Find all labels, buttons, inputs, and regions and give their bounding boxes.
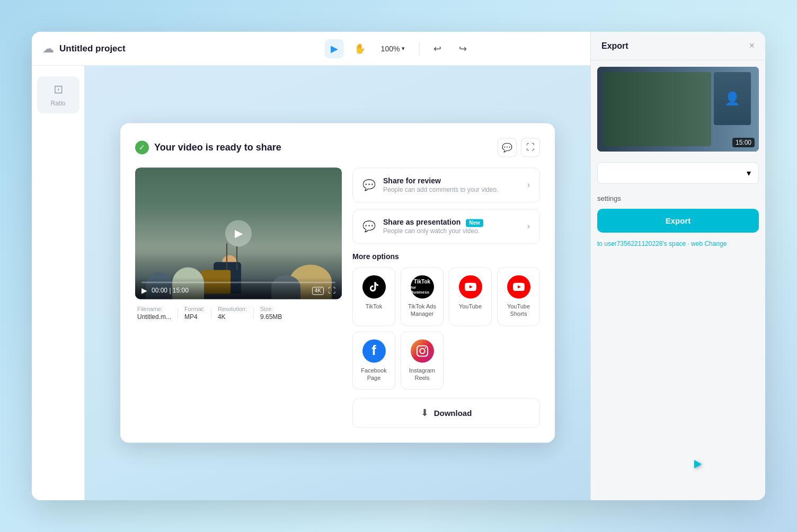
- change-link[interactable]: Change: [704, 240, 727, 247]
- play-pause-button[interactable]: ▶: [141, 286, 147, 295]
- size-meta: Size: 9.65MB: [260, 306, 282, 321]
- modal-icons-row: 💬 ⛶: [498, 138, 540, 157]
- current-time: 00:00: [152, 287, 167, 294]
- modal-top: ✓ Your video is ready to share 💬 ⛶: [135, 138, 540, 157]
- ratio-icon: ⊡: [54, 83, 63, 96]
- download-label: Download: [434, 409, 472, 418]
- share-presentation-title: Share as presentation New: [383, 218, 483, 226]
- download-icon: ⬇: [421, 407, 429, 419]
- share-modal: ✓ Your video is ready to share 💬 ⛶: [120, 123, 555, 442]
- size-label: Size:: [260, 306, 282, 312]
- sidebar-ratio-label: Ratio: [50, 100, 65, 107]
- export-panel-header: Export ×: [591, 32, 765, 60]
- resolution-label: Resolution:: [218, 306, 247, 312]
- project-title: Untitled project: [59, 43, 126, 54]
- tiktok-ads-icon: TikTok for Business: [411, 275, 434, 298]
- share-options: 💬 Share for review People can add commen…: [352, 167, 540, 428]
- instagram-label: Instagram Reels: [405, 367, 439, 382]
- progress-bar[interactable]: [141, 281, 335, 283]
- platform-item-tiktok-ads[interactable]: TikTok for Business TikTok Ads Manager: [401, 267, 444, 326]
- export-dropdown-chevron-icon: ▾: [747, 168, 751, 178]
- filename-meta: Filename: Untitled.m...: [137, 306, 171, 321]
- format-meta: Format: MP4: [184, 306, 205, 321]
- undo-button[interactable]: ↩: [428, 39, 447, 58]
- platform-item-facebook[interactable]: f Facebook Page: [352, 331, 395, 390]
- controls-right: 4K ⛶: [312, 286, 335, 295]
- export-video-timer: 15:00: [732, 138, 755, 147]
- play-button[interactable]: ▶: [225, 220, 252, 246]
- download-button[interactable]: ⬇ Download: [352, 398, 540, 428]
- time-display: 00:00 | 15:00: [152, 287, 189, 294]
- export-video-thumbnail: 👤 15:00: [597, 67, 759, 152]
- yt-shorts-label: YouTube Shorts: [502, 303, 535, 318]
- share-review-title: Share for review: [383, 176, 498, 185]
- share-review-description: People can add comments to your video.: [383, 186, 498, 193]
- facebook-label: Facebook Page: [357, 367, 391, 382]
- header-center: ▶ ✋ 100% ▾ ↩ ↪: [325, 39, 473, 58]
- export-panel-close-button[interactable]: ×: [749, 40, 755, 51]
- fullscreen-button[interactable]: ⛶: [328, 286, 335, 295]
- tiktok-ads-label: TikTok Ads Manager: [405, 303, 439, 318]
- video-controls: ▶ 00:00 | 15:00 4K: [135, 277, 342, 299]
- controls-row: ▶ 00:00 | 15:00 4K: [141, 286, 335, 295]
- zoom-level: 100%: [381, 45, 400, 53]
- share-presentation-left: 💬 Share as presentation New People can o…: [362, 218, 483, 235]
- more-options-label: More options: [352, 252, 540, 261]
- export-settings-text: settings: [591, 192, 765, 205]
- meta-divider-2: [211, 308, 211, 318]
- export-panel: Export × 👤 15:00 ▾ settings: [590, 32, 765, 500]
- export-footer-text: to user7356221120228's space · web Chang…: [591, 237, 765, 251]
- cursor-tool-button[interactable]: ▶: [325, 39, 344, 58]
- format-label: Format:: [184, 306, 205, 312]
- share-review-icon: 💬: [362, 179, 376, 191]
- share-review-chevron-icon: ›: [527, 180, 530, 190]
- share-presentation-text: Share as presentation New People can onl…: [383, 218, 483, 235]
- export-panel-content: 👤 15:00 ▾ settings Export to user7356221…: [591, 60, 765, 500]
- controls-left: ▶ 00:00 | 15:00: [141, 286, 189, 295]
- facebook-icon: f: [362, 339, 386, 362]
- tiktok-icon: [362, 275, 386, 298]
- video-player: ▶ ▶ 00:00 | 15:00: [135, 167, 342, 299]
- share-presentation-card[interactable]: 💬 Share as presentation New People can o…: [352, 209, 540, 244]
- meta-divider-3: [253, 308, 254, 318]
- export-panel-title: Export: [601, 41, 628, 51]
- resolution-meta: Resolution: 4K: [218, 306, 247, 321]
- youtube-icon: [459, 275, 482, 298]
- meta-divider-1: [178, 308, 178, 318]
- export-dropdown[interactable]: ▾: [597, 162, 759, 184]
- zoom-chevron-icon: ▾: [402, 45, 405, 52]
- comment-modal-button[interactable]: 💬: [498, 138, 517, 157]
- video-meta: Filename: Untitled.m... Format: MP4 Reso…: [135, 299, 342, 321]
- platform-item-yt-shorts[interactable]: YouTube Shorts: [497, 267, 540, 326]
- share-for-review-card[interactable]: 💬 Share for review People can add commen…: [352, 167, 540, 202]
- video-player-container: ▶ ▶ 00:00 | 15:00: [135, 167, 342, 428]
- platform-item-instagram[interactable]: Instagram Reels: [401, 331, 444, 390]
- export-destination-text: to user7356221120228's space · web: [597, 240, 703, 247]
- tiktok-label: TikTok: [366, 303, 382, 310]
- size-value: 9.65MB: [260, 313, 282, 321]
- sidebar-item-ratio[interactable]: ⊡ Ratio: [37, 76, 79, 113]
- platform-grid: TikTok TikTok for Business TikTok Ads Ma…: [352, 267, 540, 389]
- platform-item-youtube[interactable]: YouTube: [449, 267, 492, 326]
- modal-title: Your video is ready to share: [154, 142, 281, 153]
- zoom-button[interactable]: 100% ▾: [376, 41, 411, 56]
- app-window: ☁ Untitled project ▶ ✋ 100% ▾ ↩ ↪ Export…: [32, 32, 765, 500]
- share-review-text: Share for review People can add comments…: [383, 176, 498, 193]
- share-presentation-chevron-icon: ›: [527, 221, 530, 231]
- left-sidebar: ⊡ Ratio: [32, 66, 85, 500]
- filename-value: Untitled.m...: [137, 313, 171, 321]
- modal-title-row: ✓ Your video is ready to share: [135, 140, 281, 154]
- redo-button[interactable]: ↪: [453, 39, 472, 58]
- content-area: ⊡ Ratio ✓ Your video is ready to share 💬…: [32, 66, 765, 500]
- total-time: 15:00: [173, 287, 189, 294]
- resolution-value: 4K: [218, 313, 247, 321]
- header-divider: [419, 41, 419, 56]
- filename-label: Filename:: [137, 306, 171, 312]
- platform-item-tiktok[interactable]: TikTok: [352, 267, 395, 326]
- expand-modal-button[interactable]: ⛶: [521, 138, 540, 157]
- export-main-button[interactable]: Export: [597, 209, 759, 233]
- check-icon: ✓: [135, 140, 149, 154]
- modal-body: ▶ ▶ 00:00 | 15:00: [135, 167, 540, 428]
- hand-tool-button[interactable]: ✋: [350, 39, 369, 58]
- share-for-review-left: 💬 Share for review People can add commen…: [362, 176, 498, 193]
